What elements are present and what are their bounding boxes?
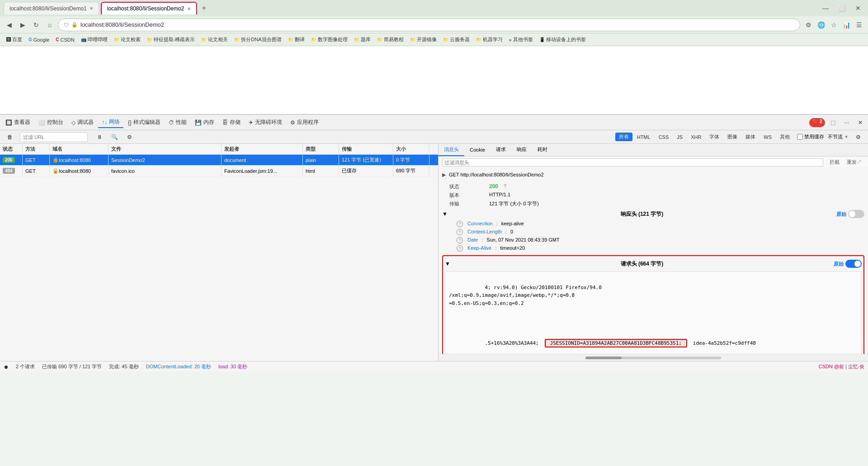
filter-ws[interactable]: WS [760,133,775,141]
bookmark-google[interactable]: G Google [26,36,52,43]
bookmark-baidu[interactable]: 🅱 百度 [4,35,25,44]
network-settings-btn[interactable]: ⚙ [852,133,864,142]
bookmark-dna[interactable]: 📁 拆分DNA混合图谱 [231,35,284,44]
filter-html[interactable]: HTML [633,133,654,141]
response-headers-toggle[interactable]: ▼ 响应头 (121 字节) 原始 [442,208,864,220]
throttle-dropdown-icon[interactable]: ▼ [844,134,849,139]
bookmark-image-processing[interactable]: 📁 数字图像处理 [308,35,350,44]
details-tab-response[interactable]: 响应 [511,144,532,156]
network-row-session-demo2[interactable]: 200 GET 🔒 localhost:8080 SessionDemo2 do… [0,155,438,166]
bookmark-csdn[interactable]: C CSDN [53,36,77,43]
bookmark-paper-related[interactable]: 📁 论文相关 [198,35,231,44]
rh-content-length-name: Content-Length [467,229,502,235]
new-tab-button[interactable]: + [199,3,210,14]
devtools-storage-btn[interactable]: 🗄 存储 [219,117,244,128]
search-icon[interactable]: 🔍 [108,133,122,142]
raw-toggle[interactable]: 原始 [836,210,864,218]
devtools-performance-btn[interactable]: ⏱ 性能 [165,117,190,128]
bookmark-feature[interactable]: 📁 特征提取-稀疏表示 [144,35,198,44]
devtools-application-btn[interactable]: ⚙ 应用程序 [287,117,322,128]
devtools-accessibility-btn[interactable]: ✈ 无障碍环境 [245,117,286,128]
raw-toggle-switch[interactable] [848,210,864,218]
tab-session-demo1[interactable]: localhost:8080/li/SessionDemo1 ✕ [4,2,99,14]
folder-icon11: 📁 [476,37,481,42]
devtools-memory-btn[interactable]: 💾 内存 [191,117,218,128]
network-row-favicon[interactable]: 484 GET 🔒 localhost:8080 favicon.ico Fav… [0,166,438,176]
no-throttle-label[interactable]: 不节流 ▼ [828,133,849,140]
filter-media[interactable]: 媒体 [742,133,759,141]
bookmark-star-icon[interactable]: ☆ [828,19,839,30]
devtools-dock-btn[interactable]: ⬚ [827,118,839,127]
stats-icon[interactable]: 📊 [841,19,852,30]
rh-date: ? Date : Sun, 07 Nov 2021 08:43:39 GMT [449,236,857,244]
settings-icon[interactable]: ⚙ [123,133,136,142]
req-raw-toggle-switch[interactable] [845,260,862,268]
back-button[interactable]: ◀ [4,19,14,30]
details-tab-cookies[interactable]: Cookie [464,144,491,156]
resend-button[interactable]: 重发↗ [844,158,864,166]
devtools-style-btn[interactable]: {} 样式编辑器 [124,117,164,128]
bookmark-mobile[interactable]: 📱 移动设备上的书签 [537,35,589,44]
devtools-close-btn[interactable]: ✕ [854,118,866,127]
intercept-button[interactable]: 拦截 [827,158,842,166]
bookmark-easy-tutorial[interactable]: 📁 简易教程 [374,35,406,44]
tab1-close-icon[interactable]: ✕ [90,6,93,11]
bilibili-icon: 📺 [81,37,86,42]
devtools-inspector-btn[interactable]: 🔲 查看器 [2,117,34,128]
filter-js[interactable]: JS [673,133,686,141]
request-headers-toggle[interactable]: ▼ 请求头 (664 字节) 原始 [445,258,862,270]
devtools-console-btn[interactable]: ⬜ 控制台 [35,117,67,128]
menu-icon[interactable]: ☰ [854,19,864,30]
version-prop-label: 版本 [449,192,486,199]
filter-all[interactable]: 所有 [615,133,632,141]
jsessionid-highlighted: JSESSIONID=A31894A2AB27C00AA81D3BFC48B95… [545,339,687,347]
details-scrollbar[interactable] [439,354,868,361]
bookmark-opensource[interactable]: 📁 开源镜像 [407,35,439,44]
tab2-close-icon[interactable]: ✕ [187,6,191,11]
maximize-button[interactable]: ⬜ [835,2,848,14]
minimize-button[interactable]: — [819,2,832,14]
details-filter-input[interactable] [442,158,823,166]
filter-css[interactable]: CSS [655,133,673,141]
translate-icon[interactable]: 🌐 [816,19,826,30]
status-help-icon[interactable]: ? [504,183,506,190]
devtools-network-btn[interactable]: ↑↓ 网络 [98,117,123,128]
bookmark-bilibili[interactable]: 📺 哔哩哔哩 [78,35,110,44]
close-button[interactable]: ✕ [852,2,864,14]
extensions-icon[interactable]: ⚙ [803,19,814,30]
bookmark-more[interactable]: » 其他书签 [506,35,536,44]
version-value: HTTP/1.1 [489,192,510,199]
filter-url-input[interactable] [20,132,88,142]
reload-button[interactable]: ↻ [31,19,42,30]
req-raw-toggle[interactable]: 原始 [834,260,862,268]
folder-icon9: 📁 [410,37,415,42]
bookmark-question-bank[interactable]: 📁 题库 [351,35,373,44]
home-button[interactable]: ⌂ [44,19,55,30]
devtools-more-btn[interactable]: ··· [841,118,853,127]
forward-button[interactable]: ▶ [17,19,28,30]
details-tab-request[interactable]: 请求 [491,144,511,156]
pause-icon[interactable]: ⏸ [93,133,106,142]
info-icon2[interactable]: ? [457,229,463,235]
inspector-icon: 🔲 [5,119,12,126]
filter-other[interactable]: 其他 [776,133,793,141]
bookmark-cloud[interactable]: 📁 云服务器 [440,35,472,44]
info-icon3[interactable]: ? [457,237,463,243]
clear-requests-btn[interactable]: 🗑 [4,133,16,142]
bookmark-ml[interactable]: 📁 机器学习 [473,35,505,44]
info-icon[interactable]: ? [457,221,463,227]
bookmark-paper-search[interactable]: 📁 论文检索 [111,35,143,44]
info-icon4[interactable]: ? [457,245,463,252]
bookmark-translate[interactable]: 📁 翻译 [285,35,307,44]
initiator-cell: document [222,155,303,165]
disable-cache-checkbox[interactable] [797,134,803,140]
details-tab-timing[interactable]: 耗时 [532,144,553,156]
tab-session-demo2[interactable]: localhost:8080/li/SessionDemo2 ✕ [101,2,197,14]
filter-xhr[interactable]: XHR [687,133,705,141]
address-bar[interactable]: 🛡 🔒 localhost:8080/li/SessionDemo2 [58,19,800,31]
filter-font[interactable]: 字体 [706,133,723,141]
filter-image[interactable]: 图像 [724,133,741,141]
disable-cache-checkbox-label[interactable]: 禁用缓存 [797,133,824,140]
details-tab-headers[interactable]: 消息头 [439,144,464,156]
devtools-debugger-btn[interactable]: ◇ 调试器 [68,117,97,128]
